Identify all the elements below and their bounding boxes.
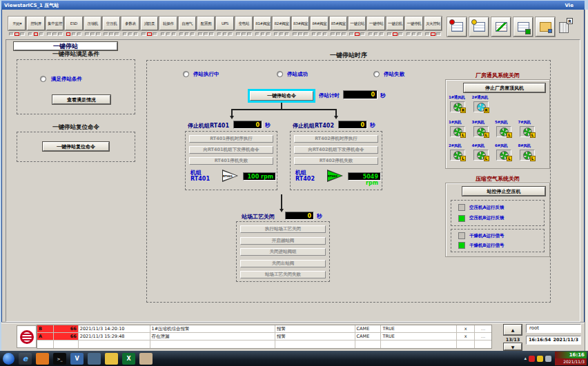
stop-air-compressor-button[interactable]: 站控停止空压机: [462, 187, 545, 196]
toolbar-button-face[interactable]: UPS: [216, 17, 233, 30]
toolbar-button[interactable]: 参数表: [121, 17, 139, 36]
toolbar-button-face[interactable]: 81#阀室: [254, 17, 271, 30]
toolbar-button[interactable]: 82#阀室: [273, 17, 290, 36]
toolbar-button[interactable]: 81#阀室: [254, 17, 271, 36]
security-alert-icon[interactable]: [529, 356, 535, 362]
stop-success-radio[interactable]: [277, 71, 283, 77]
toolbar-button-face[interactable]: 压缩机: [84, 17, 101, 30]
start-button[interactable]: [3, 353, 14, 365]
toolbar-button[interactable]: 变电站: [235, 17, 253, 36]
folder-icon[interactable]: [105, 353, 118, 365]
toolbar-button-face[interactable]: 参数表: [121, 17, 139, 30]
fan-tile[interactable]: L: [473, 126, 489, 137]
trend-icon[interactable]: [491, 17, 511, 37]
stop-running-radio[interactable]: [183, 71, 189, 77]
update-icon[interactable]: [537, 356, 543, 362]
fan-unit[interactable]: 2#风机 L: [449, 143, 470, 161]
paint-icon[interactable]: [139, 353, 153, 365]
toolbar-button-face[interactable]: 开始▾: [8, 17, 26, 30]
toolbar-button[interactable]: 空压机: [103, 17, 120, 36]
fan-unit[interactable]: 5#风机 L: [495, 120, 516, 137]
fan-tile[interactable]: L: [520, 126, 535, 137]
condition-met-radio[interactable]: [40, 76, 46, 82]
toolbar-button-face[interactable]: 轮操作: [159, 17, 177, 30]
toolbar-button[interactable]: 消防泵: [141, 17, 158, 36]
toolbar-button[interactable]: 一键启机: [386, 17, 404, 36]
fan-unit[interactable]: 8#风机 L: [518, 143, 540, 161]
fan-tile[interactable]: L: [520, 150, 535, 161]
fan-tile[interactable]: R: [450, 101, 465, 112]
fan-unit[interactable]: 7#风机 L: [518, 120, 540, 137]
alarm-more-cell[interactable]: …: [475, 325, 491, 332]
ie-icon[interactable]: e: [19, 353, 32, 365]
toolbar-button[interactable]: ESD: [65, 17, 82, 36]
alarm-summary-icon[interactable]: [447, 17, 467, 37]
window-titlebar[interactable]: ViewstarICS_1 压气站 Vie: [1, 1, 585, 10]
toolbar-button-face[interactable]: 变电站: [235, 17, 253, 30]
report-icon[interactable]: [513, 17, 533, 37]
toolbar-button-face[interactable]: 一键停机: [405, 17, 422, 30]
toolbar-button[interactable]: UPS: [216, 17, 233, 36]
app-icon-orange[interactable]: [36, 353, 49, 365]
toolbar-button-face[interactable]: 85#阀室: [330, 17, 347, 30]
toolbar-button[interactable]: 轮操作: [159, 17, 177, 36]
toolbar-button[interactable]: 85#阀室: [330, 17, 347, 36]
toolbar-button[interactable]: 控制屏: [27, 17, 44, 36]
toolbar-button-face[interactable]: 一键启机: [386, 17, 404, 30]
archive-icon[interactable]: [536, 17, 555, 37]
fan-unit[interactable]: 6#风机 L: [495, 143, 516, 161]
fan-tile[interactable]: L: [450, 126, 465, 137]
fan-unit[interactable]: 1#通风机 R: [449, 95, 470, 112]
toolbar-button[interactable]: 一键停机: [405, 17, 422, 36]
terminal-icon[interactable]: >_: [53, 353, 66, 365]
toolbar-button[interactable]: 压缩机: [84, 17, 101, 36]
fan-unit[interactable]: 1#风机 L: [449, 120, 470, 137]
toolbar-button[interactable]: 开始▾: [8, 17, 26, 36]
toolbar-button[interactable]: 集中监控: [46, 17, 63, 36]
fan-tile[interactable]: L: [450, 150, 465, 161]
reset-command-button[interactable]: 一键停站复位命令: [43, 142, 109, 151]
logout-icon[interactable]: R: [553, 18, 573, 37]
alarm-page-up-button[interactable]: ▲: [504, 325, 522, 335]
hidden-icons-chevron[interactable]: ▴: [524, 356, 527, 361]
fan-unit[interactable]: 3#风机 L: [472, 120, 493, 137]
stop-roof-fans-button[interactable]: 停止厂房屋顶风机: [464, 83, 545, 92]
fan-unit[interactable]: 2#通风机 R: [472, 95, 493, 112]
alarm-ack-cell[interactable]: x: [457, 333, 475, 340]
fan-tile[interactable]: L: [496, 126, 511, 137]
fan-unit[interactable]: 4#风机 L: [472, 143, 493, 161]
alarm-more-cell[interactable]: …: [475, 333, 491, 340]
toolbar-button-face[interactable]: 84#阀室: [311, 17, 328, 30]
vnc-viewer-icon[interactable]: V: [70, 353, 84, 365]
toolbar-button[interactable]: 配置图: [197, 17, 215, 36]
toolbar-button[interactable]: 一键启站: [349, 17, 366, 36]
background-window-sliver[interactable]: [585, 10, 588, 351]
toolbar-button-face[interactable]: 自用气: [179, 17, 196, 30]
stop-fail-radio[interactable]: [373, 71, 380, 77]
one-key-stop-command-button[interactable]: 一键停站命令: [250, 91, 313, 101]
toolbar-button-face[interactable]: 空压机: [103, 17, 120, 30]
toolbar-button[interactable]: 一键停站: [367, 17, 384, 36]
toolbar-button-face[interactable]: 82#阀室: [273, 17, 290, 30]
toolbar-button-face[interactable]: 一键停站: [367, 17, 384, 30]
tray-clock[interactable]: 16:16 2021/11/3: [555, 352, 587, 365]
event-summary-icon[interactable]: [469, 17, 489, 37]
toolbar-button-face[interactable]: 消防泵: [141, 17, 158, 30]
toolbar-button-face[interactable]: 集中监控: [46, 17, 63, 30]
alarm-row[interactable]: A 66 2021/11/3 15:29:48 存在泄漏 报警 CAME TRU…: [37, 333, 491, 340]
fan-tile[interactable]: R: [473, 101, 489, 112]
alarm-page-down-button[interactable]: ▼: [504, 343, 522, 350]
toolbar-button-face[interactable]: 控制屏: [27, 17, 44, 30]
remote-desktop-icon[interactable]: [88, 353, 101, 365]
alarm-row[interactable]: B 66 2021/11/3 14:20:10 1#压缩机综合报警 报警 CAM…: [37, 325, 491, 333]
toolbar-button[interactable]: 灭火控制: [424, 17, 442, 36]
toolbar-button-face[interactable]: ESD: [65, 17, 82, 30]
toolbar-button-face[interactable]: 配置图: [197, 17, 215, 30]
toolbar-button[interactable]: 83#阀室: [292, 17, 309, 36]
view-conditions-button[interactable]: 查看满足情况: [52, 95, 110, 104]
excel-icon[interactable]: X: [122, 353, 135, 365]
speaker-icon[interactable]: [545, 356, 551, 362]
fan-tile[interactable]: L: [496, 150, 511, 161]
toolbar-button-face[interactable]: 灭火控制: [424, 17, 442, 30]
toolbar-button[interactable]: 自用气: [179, 17, 196, 36]
